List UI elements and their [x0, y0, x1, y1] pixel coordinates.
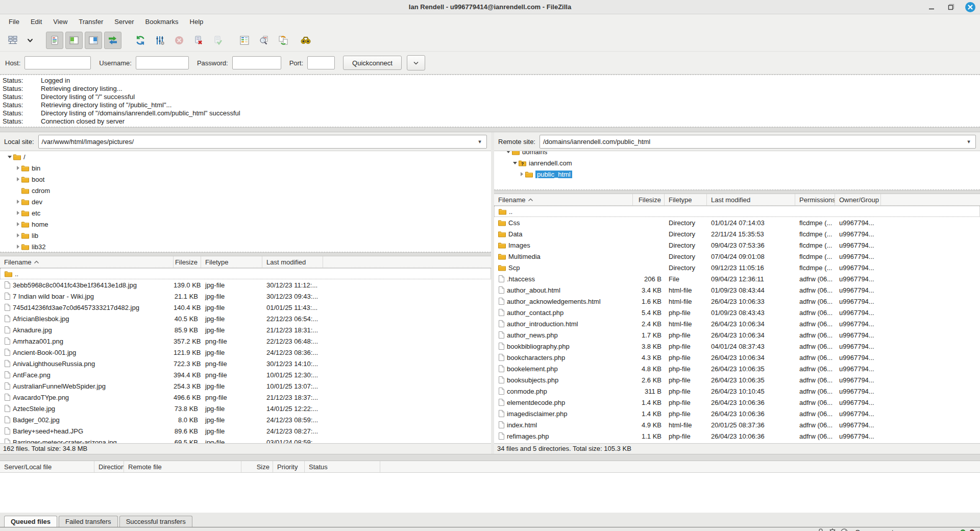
tree-item-dev[interactable]: dev [0, 196, 491, 207]
tree-item-lib[interactable]: lib [0, 230, 491, 241]
port-input[interactable] [307, 56, 335, 69]
combo-arrow-icon[interactable]: ▾ [962, 138, 975, 145]
toggle-transfer-queue-button[interactable] [104, 32, 121, 49]
file-row[interactable]: AustralianFunnelWebSpider.jpg254.3 KBjpg… [0, 380, 491, 392]
local-pane-splitter[interactable] [0, 252, 491, 256]
tree-item-lib32[interactable]: lib32 [0, 241, 491, 252]
file-row[interactable]: booksubjects.php2.6 KBphp-file26/04/23 1… [494, 374, 980, 385]
expander-open-icon[interactable] [505, 151, 512, 153]
column-header-filesize[interactable]: Filesize [633, 194, 665, 205]
file-row[interactable]: DataDirectory22/11/24 15:35:53flcdmpe (.… [494, 228, 980, 239]
menu-edit[interactable]: Edit [25, 16, 47, 27]
file-row[interactable]: AnivaLighthouseRussia.png722.3 KBpng-fil… [0, 358, 491, 369]
tree-item-domains[interactable]: domains [494, 151, 980, 157]
quickconnect-dropdown-button[interactable] [407, 55, 425, 70]
file-row[interactable]: bookelement.php4.8 KBphp-file26/04/23 10… [494, 363, 980, 374]
file-row[interactable]: elementdecode.php1.4 KBphp-file26/04/23 … [494, 397, 980, 408]
expander-closed-icon[interactable] [518, 172, 525, 176]
file-row[interactable]: author_contact.php5.4 KBphp-file01/09/23… [494, 307, 980, 318]
expander-open-icon[interactable] [6, 156, 13, 158]
menu-help[interactable]: Help [184, 16, 209, 27]
file-row[interactable]: author_acknowledgements.html1.6 KBhtml-f… [494, 296, 980, 307]
file-row[interactable]: bookbibliography.php3.8 KBphp-file04/01/… [494, 341, 980, 352]
queue-column-remote-file[interactable]: Remote file [124, 461, 241, 472]
file-row[interactable]: AvacardoTYpe.png496.6 KBpng-file21/12/23… [0, 392, 491, 403]
file-row[interactable]: Barley+seed+head.JPG89.6 KBjpg-file24/12… [0, 425, 491, 437]
tree-item--[interactable]: / [0, 151, 491, 162]
tab-failed-transfers[interactable]: Failed transfers [59, 516, 118, 527]
combo-arrow-icon[interactable]: ▾ [473, 138, 486, 145]
gear-icon[interactable]: A [828, 528, 837, 531]
column-header-last-modified[interactable]: Last modified [262, 256, 323, 268]
local-site-combo[interactable]: /var/www/html/Images/pictures/ ▾ [38, 135, 487, 149]
menu-file[interactable]: File [3, 16, 25, 27]
speed-gauge-icon[interactable] [840, 528, 848, 531]
tree-item-home[interactable]: home [0, 219, 491, 230]
file-row[interactable]: bookcharacters.php4.3 KBphp-file26/04/23… [494, 352, 980, 363]
expander-closed-icon[interactable] [14, 166, 21, 170]
file-row[interactable]: conmode.php311 Bphp-file26/04/23 10:10:4… [494, 385, 980, 397]
file-row[interactable]: Amrhaza001.png357.2 KBpng-file22/12/23 0… [0, 335, 491, 347]
queue-column-status[interactable]: Status [305, 461, 380, 472]
file-row[interactable]: 745d14236fd3ae7c0d6457333217d482.jpg140.… [0, 302, 491, 313]
queue-column-size[interactable]: Size [241, 461, 273, 472]
parent-directory-row[interactable]: .. [494, 206, 980, 217]
parent-directory-row[interactable]: .. [0, 268, 491, 279]
file-row[interactable]: Badger_002.jpg8.0 KBjpg-file24/12/23 08:… [0, 414, 491, 425]
file-row[interactable]: MultimediaDirectory07/04/24 09:01:08flcd… [494, 251, 980, 262]
file-row[interactable]: AfricianBlesbok.jpg40.5 KBjpg-file22/12/… [0, 313, 491, 324]
lock-icon[interactable] [817, 528, 825, 531]
file-row[interactable]: .htaccess206 BFile09/04/23 12:36:11adfrw… [494, 273, 980, 284]
queue-column-server-local-file[interactable]: Server/Local file [0, 461, 94, 472]
disconnect-button[interactable] [190, 32, 207, 49]
expander-closed-icon[interactable] [14, 177, 21, 181]
file-row[interactable]: Aknadure.jpg85.9 KBjpg-file21/12/23 18:3… [0, 324, 491, 335]
column-header-last-modified[interactable]: Last modified [707, 194, 795, 205]
queue-column-direction[interactable]: Direction [94, 461, 124, 472]
column-header-filetype[interactable]: Filetype [201, 256, 262, 268]
directory-listing-button[interactable] [236, 32, 253, 49]
horizontal-splitter[interactable] [0, 127, 980, 132]
site-manager-button[interactable] [4, 32, 21, 49]
file-row[interactable]: Ancient-Book-001.jpg121.9 KBjpg-file24/1… [0, 347, 491, 358]
menu-server[interactable]: Server [109, 16, 139, 27]
expander-closed-icon[interactable] [14, 200, 21, 204]
minimize-icon[interactable] [926, 2, 937, 13]
toggle-message-log-button[interactable] [46, 32, 63, 49]
tab-queued-files[interactable]: Queued files [4, 516, 57, 527]
file-row[interactable]: imagedisclaimer.php1.4 KBphp-file26/04/2… [494, 408, 980, 419]
tree-item-cdrom[interactable]: cdrom [0, 185, 491, 196]
file-row[interactable]: AztecStele.jpg73.8 KBjpg-file14/01/25 12… [0, 403, 491, 414]
expander-open-icon[interactable] [511, 162, 519, 164]
site-manager-dropdown-button[interactable] [23, 32, 37, 49]
file-row[interactable]: author_about.html3.4 KBhtml-file01/09/23… [494, 284, 980, 296]
remote-site-combo[interactable]: /domains/ianrendell.com/public_html ▾ [540, 135, 976, 149]
file-row[interactable]: Barringer-meteor-crater-arizona.jpg69.5 … [0, 437, 491, 443]
maximize-icon[interactable] [945, 2, 957, 13]
column-header-filesize[interactable]: Filesize [174, 256, 201, 268]
tree-item-etc[interactable]: etc [0, 207, 491, 219]
quickconnect-button[interactable]: Quickconnect [343, 56, 402, 70]
close-icon[interactable] [965, 2, 976, 13]
column-header-filename[interactable]: Filename [494, 194, 633, 205]
file-row[interactable]: AntFace.png394.4 KBpng-file10/01/25 12:3… [0, 369, 491, 380]
host-input[interactable] [24, 56, 91, 69]
toggle-remote-tree-button[interactable] [85, 32, 102, 49]
find-files-button[interactable] [297, 32, 314, 49]
tree-item-boot[interactable]: boot [0, 174, 491, 185]
expander-closed-icon[interactable] [14, 211, 21, 215]
queue-splitter[interactable] [0, 454, 980, 461]
menu-bookmarks[interactable]: Bookmarks [140, 16, 184, 27]
reconnect-button[interactable] [209, 32, 227, 49]
column-header-permissions[interactable]: Permissions [795, 194, 835, 205]
synchronized-browsing-button[interactable] [275, 32, 292, 49]
remote-pane-splitter[interactable] [494, 190, 980, 194]
refresh-button[interactable] [132, 32, 149, 49]
tree-item-bin[interactable]: bin [0, 162, 491, 174]
queue-column-priority[interactable]: Priority [273, 461, 305, 472]
directory-comparison-button[interactable] [255, 32, 273, 49]
toggle-local-tree-button[interactable] [65, 32, 83, 49]
expander-closed-icon[interactable] [14, 245, 21, 249]
tree-item-ianrendell-com[interactable]: ?ianrendell.com [494, 157, 980, 168]
tab-successful-transfers[interactable]: Successful transfers [119, 516, 192, 527]
